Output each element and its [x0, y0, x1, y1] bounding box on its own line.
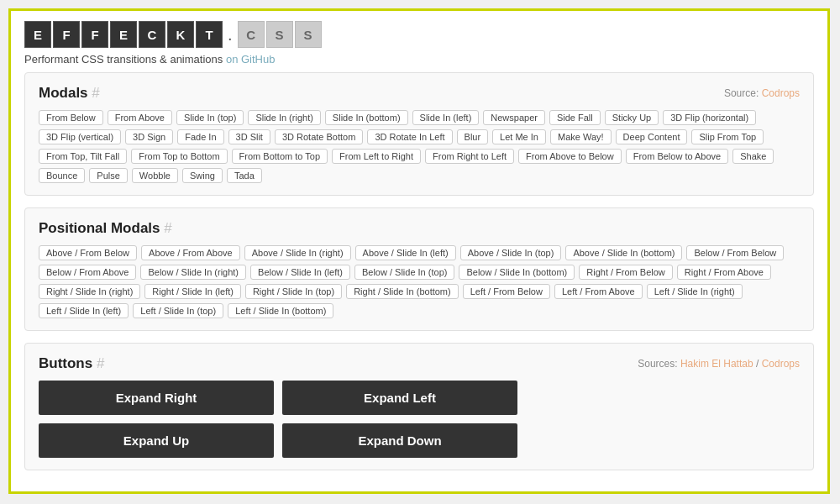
modal-tag[interactable]: From Above: [108, 110, 172, 125]
modal-tag[interactable]: 3D Slit: [228, 129, 270, 144]
expand-right-button[interactable]: Expand Right: [39, 381, 274, 415]
modal-tag[interactable]: Deep Content: [616, 129, 688, 144]
logo-dot: .: [224, 25, 236, 45]
positional-tag[interactable]: Left / From Above: [554, 284, 643, 299]
buttons-grid: Expand Right Expand Left Expand Up Expan…: [39, 381, 800, 458]
positional-tag[interactable]: Right / From Above: [677, 265, 771, 280]
positional-tag[interactable]: Left / From Below: [463, 284, 550, 299]
buttons-source: Sources: Hakim El Hattab / Codrops: [638, 358, 800, 370]
positional-tag[interactable]: Right / Slide In (top): [245, 284, 342, 299]
modal-tag[interactable]: Swing: [182, 168, 223, 183]
modal-tag[interactable]: From Below: [39, 110, 103, 125]
positional-tag[interactable]: Right / Slide In (right): [39, 284, 140, 299]
tagline-text: Performant CSS transitions & animations: [24, 53, 223, 66]
buttons-header: Buttons # Sources: Hakim El Hattab / Cod…: [39, 355, 800, 372]
modals-hash: #: [92, 85, 99, 101]
positional-tag[interactable]: Below / Slide In (right): [140, 265, 246, 280]
modals-source-link[interactable]: Codrops: [762, 87, 800, 99]
modal-tag[interactable]: From Below to Above: [626, 149, 729, 164]
expand-up-button[interactable]: Expand Up: [39, 423, 274, 458]
source2-link[interactable]: Codrops: [762, 358, 800, 370]
positional-tag[interactable]: Right / From Below: [579, 265, 673, 280]
logo-letter-c: C: [139, 21, 165, 48]
modal-tag[interactable]: Slip From Top: [691, 129, 764, 144]
modal-tag[interactable]: Pulse: [89, 168, 128, 183]
logo-row: E F F E C K T . C S S: [24, 21, 814, 48]
positional-tag[interactable]: Above / From Below: [39, 245, 137, 260]
positional-modals-title: Positional Modals #: [39, 220, 172, 237]
positional-tag[interactable]: Above / Slide In (top): [460, 245, 562, 260]
modal-tag[interactable]: Bounce: [39, 168, 85, 183]
modal-tag[interactable]: Shake: [732, 149, 774, 164]
logo-letter-e1: E: [24, 21, 51, 48]
buttons-hash: #: [97, 355, 104, 371]
modals-section: Modals # Source: Codrops From BelowFrom …: [24, 72, 814, 196]
logo-letter-s1: S: [266, 21, 293, 48]
positional-tag[interactable]: Below / Slide In (left): [250, 265, 350, 280]
modal-tag[interactable]: 3D Flip (vertical): [39, 129, 121, 144]
modal-tag[interactable]: From Top to Bottom: [131, 149, 227, 164]
positional-tag[interactable]: Right / Slide In (left): [144, 284, 241, 299]
modal-tag[interactable]: From Bottom to Top: [232, 149, 328, 164]
modal-tag[interactable]: Slide In (bottom): [325, 110, 408, 125]
tagline: Performant CSS transitions & animations …: [24, 53, 814, 66]
logo-letter-e2: E: [110, 21, 137, 48]
modal-tag[interactable]: Sticky Up: [605, 110, 659, 125]
buttons-title: Buttons #: [39, 355, 104, 372]
logo-letter-c2: C: [238, 21, 265, 48]
modal-tag[interactable]: Make Way!: [550, 129, 612, 144]
positional-tag[interactable]: Right / Slide In (bottom): [346, 284, 459, 299]
github-link[interactable]: on GitHub: [226, 53, 276, 66]
positional-modals-tag-list: Above / From BelowAbove / From AboveAbov…: [39, 245, 800, 318]
modal-tag[interactable]: Let Me In: [492, 129, 546, 144]
content-area: Modals # Source: Codrops From BelowFrom …: [11, 72, 827, 494]
modal-tag[interactable]: Side Fall: [549, 110, 601, 125]
modals-source: Source: Codrops: [724, 87, 800, 99]
modal-tag[interactable]: Slide In (top): [176, 110, 244, 125]
positional-tag[interactable]: Left / Slide In (bottom): [228, 303, 333, 318]
modal-tag[interactable]: Fade In: [177, 129, 223, 144]
logo-letter-t: T: [196, 21, 223, 48]
positional-tag[interactable]: Above / Slide In (bottom): [565, 245, 682, 260]
positional-tag[interactable]: Left / Slide In (right): [647, 284, 743, 299]
modal-tag[interactable]: Slide In (left): [412, 110, 480, 125]
positional-tag[interactable]: Above / Slide In (left): [355, 245, 456, 260]
modal-tag[interactable]: From Above to Below: [518, 149, 622, 164]
modals-tag-list: From BelowFrom AboveSlide In (top)Slide …: [39, 110, 800, 183]
modal-tag[interactable]: From Right to Left: [425, 149, 514, 164]
main-container: E F F E C K T . C S S Performant CSS tra…: [8, 8, 830, 494]
modals-header: Modals # Source: Codrops: [39, 85, 800, 102]
positional-tag[interactable]: Below / From Above: [39, 265, 136, 280]
logo-letter-s2: S: [295, 21, 322, 48]
modal-tag[interactable]: 3D Rotate In Left: [367, 129, 452, 144]
positional-tag[interactable]: Left / Slide In (top): [133, 303, 223, 318]
modal-tag[interactable]: From Top, Tilt Fall: [39, 149, 127, 164]
modal-tag[interactable]: Wobble: [132, 168, 178, 183]
positional-tag[interactable]: Below / From Below: [686, 245, 784, 260]
modal-tag[interactable]: Blur: [457, 129, 489, 144]
modal-tag[interactable]: Newspaper: [483, 110, 545, 125]
positional-hash: #: [164, 220, 171, 236]
header: E F F E C K T . C S S Performant CSS tra…: [11, 11, 827, 72]
positional-tag[interactable]: Below / Slide In (bottom): [459, 265, 575, 280]
buttons-section: Buttons # Sources: Hakim El Hattab / Cod…: [24, 343, 814, 470]
modal-tag[interactable]: 3D Flip (horizontal): [663, 110, 756, 125]
logo-letter-f1: F: [53, 21, 80, 48]
modal-tag[interactable]: Tada: [227, 168, 262, 183]
expand-left-button[interactable]: Expand Left: [282, 381, 517, 415]
positional-modals-section: Positional Modals # Above / From BelowAb…: [24, 207, 814, 331]
positional-modals-header: Positional Modals #: [39, 220, 800, 237]
positional-tag[interactable]: Above / From Above: [141, 245, 240, 260]
positional-tag[interactable]: Above / Slide In (right): [244, 245, 351, 260]
modal-tag[interactable]: 3D Sign: [125, 129, 173, 144]
modals-title: Modals #: [39, 85, 100, 102]
source1-link[interactable]: Hakim El Hattab: [680, 358, 753, 370]
logo-letter-f2: F: [81, 21, 108, 48]
expand-down-button[interactable]: Expand Down: [282, 423, 517, 458]
positional-tag[interactable]: Left / Slide In (left): [39, 303, 129, 318]
modal-tag[interactable]: From Left to Right: [332, 149, 421, 164]
modal-tag[interactable]: Slide In (right): [248, 110, 320, 125]
modal-tag[interactable]: 3D Rotate Bottom: [275, 129, 363, 144]
logo-letter-k: K: [167, 21, 194, 48]
positional-tag[interactable]: Below / Slide In (top): [354, 265, 455, 280]
